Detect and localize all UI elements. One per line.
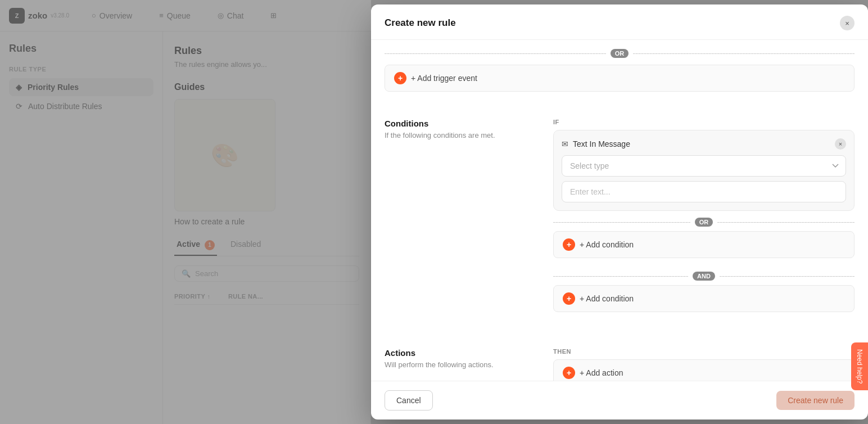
add-trigger-label: + Add trigger event [411,74,477,83]
condition-remove-icon: × [839,141,842,147]
actions-label-col: Actions Will perform the following actio… [385,348,553,370]
add-action-button[interactable]: + + Add action [553,359,855,381]
conditions-and-divider: AND [553,272,855,281]
trigger-or-divider: OR [385,49,855,58]
add-condition-or-label: + Add condition [580,240,634,249]
trigger-or-badge: OR [611,49,629,58]
message-icon: ✉ [562,139,568,148]
cond-or-right [717,222,855,223]
condition-header: ✉ Text In Message × [562,138,846,150]
actions-section: Actions Will perform the following actio… [371,335,868,381]
conditions-or-badge: OR [695,218,713,227]
add-action-label: + Add action [580,368,623,377]
add-action-icon: + [563,367,575,379]
cond-and-right [720,276,855,277]
conditions-content-col: IF ✉ Text In Message × Select type [553,119,855,326]
need-help-button[interactable]: Need help? [851,342,868,390]
actions-description: Will perform the following actions. [385,360,540,370]
actions-title: Actions [385,348,540,358]
create-rule-modal: Create new rule × OR + + Add trigger eve… [371,4,868,420]
conditions-or-divider: OR [553,218,855,227]
modal-close-button[interactable]: × [840,16,855,30]
conditions-title: Conditions [385,119,540,128]
or-line-left [385,53,606,54]
condition-text-input[interactable] [562,181,846,202]
conditions-label-col: Conditions If the following conditions a… [385,119,553,141]
add-condition-or-button[interactable]: + + Add condition [553,231,855,258]
condition-type: ✉ Text In Message [562,139,630,148]
trigger-section: OR + + Add trigger event [371,40,868,92]
if-label: IF [553,119,855,125]
modal-body: OR + + Add trigger event Conditions If t… [371,40,868,381]
condition-type-label: Text In Message [573,139,630,148]
conditions-and-badge: AND [693,272,715,281]
conditions-description: If the following conditions are met. [385,130,540,141]
add-trigger-button[interactable]: + + Add trigger event [385,65,855,92]
then-label: THEN [553,348,855,355]
conditions-section: Conditions If the following conditions a… [371,105,868,326]
modal-header: Create new rule × [371,4,868,40]
or-line-right [633,53,855,54]
add-condition-and-icon: + [563,292,575,305]
actions-content-col: THEN + + Add action [553,348,855,381]
cond-or-left [553,222,690,223]
cond-and-left [553,276,688,277]
add-condition-or-icon: + [563,238,575,251]
add-condition-and-label: + Add condition [580,294,634,303]
condition-block-1: ✉ Text In Message × Select type [553,130,855,211]
modal-title: Create new rule [385,17,456,29]
add-trigger-icon: + [394,72,406,84]
select-type-dropdown[interactable]: Select type [562,155,846,177]
modal-footer: Cancel Create new rule [371,381,868,420]
create-rule-button[interactable]: Create new rule [776,391,855,410]
add-condition-and-button[interactable]: + + Add condition [553,285,855,312]
condition-remove-button[interactable]: × [835,138,846,150]
cancel-button[interactable]: Cancel [385,390,433,411]
